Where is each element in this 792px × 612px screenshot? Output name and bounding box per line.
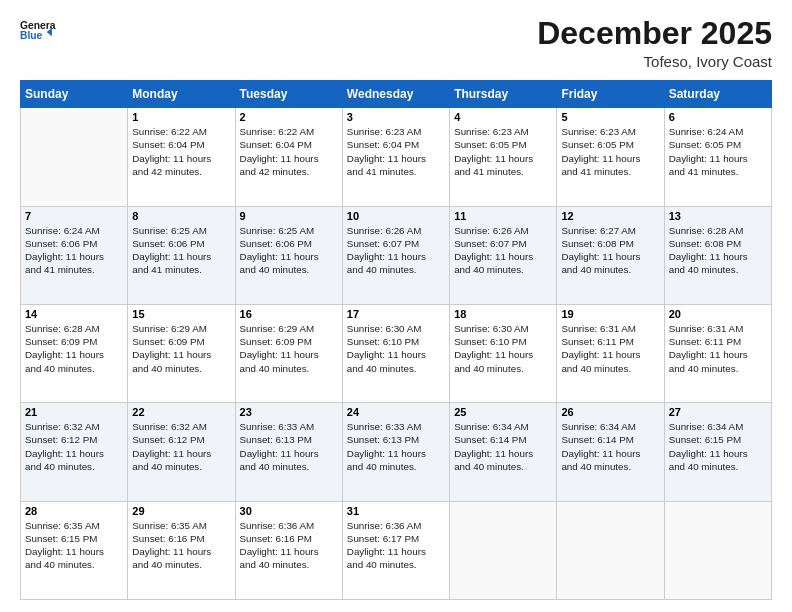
day-detail: Sunrise: 6:22 AM Sunset: 6:04 PM Dayligh… bbox=[240, 125, 338, 178]
calendar-cell bbox=[557, 501, 664, 599]
day-number: 31 bbox=[347, 505, 445, 517]
title-block: December 2025 Tofeso, Ivory Coast bbox=[537, 16, 772, 70]
logo-svg: General Blue bbox=[20, 16, 56, 44]
calendar-cell: 28Sunrise: 6:35 AM Sunset: 6:15 PM Dayli… bbox=[21, 501, 128, 599]
day-number: 20 bbox=[669, 308, 767, 320]
day-detail: Sunrise: 6:32 AM Sunset: 6:12 PM Dayligh… bbox=[132, 420, 230, 473]
calendar-day-header: Tuesday bbox=[235, 81, 342, 108]
calendar-week-row: 21Sunrise: 6:32 AM Sunset: 6:12 PM Dayli… bbox=[21, 403, 772, 501]
day-detail: Sunrise: 6:22 AM Sunset: 6:04 PM Dayligh… bbox=[132, 125, 230, 178]
day-detail: Sunrise: 6:24 AM Sunset: 6:05 PM Dayligh… bbox=[669, 125, 767, 178]
subtitle: Tofeso, Ivory Coast bbox=[537, 53, 772, 70]
calendar-cell: 19Sunrise: 6:31 AM Sunset: 6:11 PM Dayli… bbox=[557, 304, 664, 402]
day-number: 25 bbox=[454, 406, 552, 418]
day-detail: Sunrise: 6:26 AM Sunset: 6:07 PM Dayligh… bbox=[347, 224, 445, 277]
calendar-week-row: 14Sunrise: 6:28 AM Sunset: 6:09 PM Dayli… bbox=[21, 304, 772, 402]
day-number: 30 bbox=[240, 505, 338, 517]
main-title: December 2025 bbox=[537, 16, 772, 51]
day-detail: Sunrise: 6:35 AM Sunset: 6:16 PM Dayligh… bbox=[132, 519, 230, 572]
calendar-cell: 5Sunrise: 6:23 AM Sunset: 6:05 PM Daylig… bbox=[557, 108, 664, 206]
calendar-cell: 22Sunrise: 6:32 AM Sunset: 6:12 PM Dayli… bbox=[128, 403, 235, 501]
day-number: 7 bbox=[25, 210, 123, 222]
header: General Blue December 2025 Tofeso, Ivory… bbox=[20, 16, 772, 70]
day-detail: Sunrise: 6:25 AM Sunset: 6:06 PM Dayligh… bbox=[132, 224, 230, 277]
day-number: 14 bbox=[25, 308, 123, 320]
calendar-cell: 31Sunrise: 6:36 AM Sunset: 6:17 PM Dayli… bbox=[342, 501, 449, 599]
day-detail: Sunrise: 6:29 AM Sunset: 6:09 PM Dayligh… bbox=[132, 322, 230, 375]
day-number: 6 bbox=[669, 111, 767, 123]
calendar-cell bbox=[21, 108, 128, 206]
day-detail: Sunrise: 6:25 AM Sunset: 6:06 PM Dayligh… bbox=[240, 224, 338, 277]
day-number: 27 bbox=[669, 406, 767, 418]
calendar-day-header: Thursday bbox=[450, 81, 557, 108]
calendar-cell bbox=[664, 501, 771, 599]
calendar-table: SundayMondayTuesdayWednesdayThursdayFrid… bbox=[20, 80, 772, 600]
page: General Blue December 2025 Tofeso, Ivory… bbox=[0, 0, 792, 612]
day-number: 10 bbox=[347, 210, 445, 222]
day-number: 8 bbox=[132, 210, 230, 222]
day-number: 3 bbox=[347, 111, 445, 123]
calendar-cell: 17Sunrise: 6:30 AM Sunset: 6:10 PM Dayli… bbox=[342, 304, 449, 402]
calendar-cell: 29Sunrise: 6:35 AM Sunset: 6:16 PM Dayli… bbox=[128, 501, 235, 599]
calendar-cell bbox=[450, 501, 557, 599]
day-number: 1 bbox=[132, 111, 230, 123]
calendar-day-header: Sunday bbox=[21, 81, 128, 108]
calendar-cell: 27Sunrise: 6:34 AM Sunset: 6:15 PM Dayli… bbox=[664, 403, 771, 501]
calendar-cell: 16Sunrise: 6:29 AM Sunset: 6:09 PM Dayli… bbox=[235, 304, 342, 402]
day-detail: Sunrise: 6:34 AM Sunset: 6:15 PM Dayligh… bbox=[669, 420, 767, 473]
day-detail: Sunrise: 6:32 AM Sunset: 6:12 PM Dayligh… bbox=[25, 420, 123, 473]
day-detail: Sunrise: 6:23 AM Sunset: 6:05 PM Dayligh… bbox=[454, 125, 552, 178]
calendar-cell: 15Sunrise: 6:29 AM Sunset: 6:09 PM Dayli… bbox=[128, 304, 235, 402]
calendar-cell: 30Sunrise: 6:36 AM Sunset: 6:16 PM Dayli… bbox=[235, 501, 342, 599]
day-detail: Sunrise: 6:35 AM Sunset: 6:15 PM Dayligh… bbox=[25, 519, 123, 572]
calendar-cell: 2Sunrise: 6:22 AM Sunset: 6:04 PM Daylig… bbox=[235, 108, 342, 206]
calendar-week-row: 1Sunrise: 6:22 AM Sunset: 6:04 PM Daylig… bbox=[21, 108, 772, 206]
day-number: 15 bbox=[132, 308, 230, 320]
calendar-cell: 4Sunrise: 6:23 AM Sunset: 6:05 PM Daylig… bbox=[450, 108, 557, 206]
day-detail: Sunrise: 6:34 AM Sunset: 6:14 PM Dayligh… bbox=[561, 420, 659, 473]
day-detail: Sunrise: 6:27 AM Sunset: 6:08 PM Dayligh… bbox=[561, 224, 659, 277]
calendar-day-header: Wednesday bbox=[342, 81, 449, 108]
day-number: 2 bbox=[240, 111, 338, 123]
calendar-day-header: Saturday bbox=[664, 81, 771, 108]
calendar-week-row: 7Sunrise: 6:24 AM Sunset: 6:06 PM Daylig… bbox=[21, 206, 772, 304]
day-detail: Sunrise: 6:36 AM Sunset: 6:17 PM Dayligh… bbox=[347, 519, 445, 572]
day-detail: Sunrise: 6:31 AM Sunset: 6:11 PM Dayligh… bbox=[669, 322, 767, 375]
day-number: 22 bbox=[132, 406, 230, 418]
calendar-header-row: SundayMondayTuesdayWednesdayThursdayFrid… bbox=[21, 81, 772, 108]
day-number: 12 bbox=[561, 210, 659, 222]
calendar-cell: 8Sunrise: 6:25 AM Sunset: 6:06 PM Daylig… bbox=[128, 206, 235, 304]
day-number: 16 bbox=[240, 308, 338, 320]
day-detail: Sunrise: 6:34 AM Sunset: 6:14 PM Dayligh… bbox=[454, 420, 552, 473]
calendar-cell: 13Sunrise: 6:28 AM Sunset: 6:08 PM Dayli… bbox=[664, 206, 771, 304]
day-detail: Sunrise: 6:28 AM Sunset: 6:08 PM Dayligh… bbox=[669, 224, 767, 277]
day-number: 17 bbox=[347, 308, 445, 320]
day-number: 19 bbox=[561, 308, 659, 320]
day-detail: Sunrise: 6:23 AM Sunset: 6:04 PM Dayligh… bbox=[347, 125, 445, 178]
day-number: 18 bbox=[454, 308, 552, 320]
calendar-cell: 3Sunrise: 6:23 AM Sunset: 6:04 PM Daylig… bbox=[342, 108, 449, 206]
day-number: 11 bbox=[454, 210, 552, 222]
logo: General Blue bbox=[20, 16, 56, 44]
calendar-cell: 6Sunrise: 6:24 AM Sunset: 6:05 PM Daylig… bbox=[664, 108, 771, 206]
day-number: 29 bbox=[132, 505, 230, 517]
calendar-cell: 10Sunrise: 6:26 AM Sunset: 6:07 PM Dayli… bbox=[342, 206, 449, 304]
calendar-cell: 1Sunrise: 6:22 AM Sunset: 6:04 PM Daylig… bbox=[128, 108, 235, 206]
calendar-cell: 9Sunrise: 6:25 AM Sunset: 6:06 PM Daylig… bbox=[235, 206, 342, 304]
logo-icon: General Blue bbox=[20, 16, 56, 44]
day-number: 24 bbox=[347, 406, 445, 418]
day-detail: Sunrise: 6:36 AM Sunset: 6:16 PM Dayligh… bbox=[240, 519, 338, 572]
day-number: 28 bbox=[25, 505, 123, 517]
calendar-cell: 7Sunrise: 6:24 AM Sunset: 6:06 PM Daylig… bbox=[21, 206, 128, 304]
calendar-day-header: Monday bbox=[128, 81, 235, 108]
calendar-cell: 25Sunrise: 6:34 AM Sunset: 6:14 PM Dayli… bbox=[450, 403, 557, 501]
day-detail: Sunrise: 6:29 AM Sunset: 6:09 PM Dayligh… bbox=[240, 322, 338, 375]
day-detail: Sunrise: 6:33 AM Sunset: 6:13 PM Dayligh… bbox=[347, 420, 445, 473]
calendar-cell: 12Sunrise: 6:27 AM Sunset: 6:08 PM Dayli… bbox=[557, 206, 664, 304]
calendar-cell: 11Sunrise: 6:26 AM Sunset: 6:07 PM Dayli… bbox=[450, 206, 557, 304]
calendar-cell: 14Sunrise: 6:28 AM Sunset: 6:09 PM Dayli… bbox=[21, 304, 128, 402]
calendar-cell: 26Sunrise: 6:34 AM Sunset: 6:14 PM Dayli… bbox=[557, 403, 664, 501]
day-number: 26 bbox=[561, 406, 659, 418]
day-detail: Sunrise: 6:24 AM Sunset: 6:06 PM Dayligh… bbox=[25, 224, 123, 277]
svg-text:Blue: Blue bbox=[20, 30, 43, 41]
